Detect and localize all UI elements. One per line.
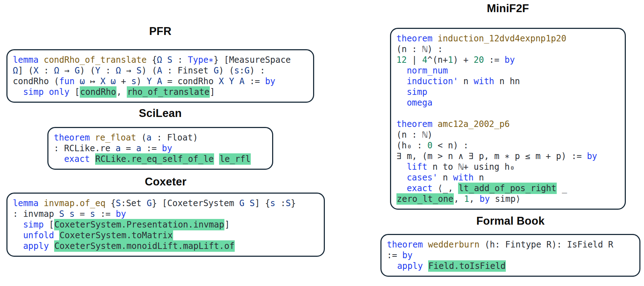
code-token: ] (	[18, 66, 33, 76]
code-token: lemma	[13, 198, 38, 208]
code-token: a	[115, 143, 120, 153]
highlighted-token: le_rfl	[219, 153, 251, 165]
code-token: 12	[396, 55, 407, 65]
code-line: : invmap S s = s := by	[13, 209, 318, 219]
code-box-scilean: theorem re_float (a : Float): RCLike.re …	[47, 127, 273, 170]
code-token: invmap.of_eq	[44, 198, 105, 208]
code-token	[396, 76, 407, 86]
code-token: =	[121, 143, 136, 153]
code-token: }	[291, 198, 296, 208]
code-token: theorem	[54, 133, 90, 143]
code-token: ∃ m, (m > n ∧ ∃ p, m ∗ p ≤ m + p) :=	[396, 151, 587, 161]
highlighted-token: RCLike.re_eq_self_of_le	[95, 153, 214, 165]
code-token	[396, 66, 407, 76]
code-token: :=	[244, 76, 265, 86]
code-token: G	[214, 66, 219, 76]
code-line: := by	[387, 250, 634, 261]
code-token: with	[453, 173, 474, 183]
code-token: S	[250, 198, 255, 208]
code-token	[74, 76, 79, 86]
code-token	[13, 220, 23, 230]
code-token: :=	[387, 250, 402, 260]
code-token: :	[239, 66, 244, 76]
code-line: omega	[396, 97, 619, 108]
code-line: condRho (fun ω ↦ X ω + s) Y A = condRho …	[13, 76, 308, 87]
code-line: (n : ℕ) :	[396, 44, 619, 55]
code-token: ) (	[80, 66, 95, 76]
code-token: S	[59, 209, 64, 219]
code-line: lift n to ℕ+ using h₀	[396, 162, 619, 172]
code-token: ) (	[141, 66, 157, 76]
highlighted-token: rho_of_translate	[127, 86, 210, 98]
code-token	[244, 198, 249, 208]
code-token: simp	[23, 220, 44, 230]
code-token: ω	[111, 76, 116, 86]
code-token: {	[147, 55, 157, 65]
code-token: Y	[229, 76, 234, 86]
code-token: 1	[464, 194, 469, 204]
code-token: [	[44, 220, 54, 230]
code-token: ,	[116, 87, 127, 97]
highlighted-token: condRho	[80, 86, 116, 98]
code-line: : RCLike.re a = a := by	[54, 143, 267, 154]
code-token	[396, 173, 407, 183]
code-token: 4	[422, 55, 427, 65]
code-token	[90, 133, 95, 143]
code-line: apply Field.toIsField	[387, 261, 634, 271]
code-token: )	[136, 76, 147, 86]
code-token	[432, 119, 437, 129]
code-token: = condRho	[162, 76, 219, 86]
code-token: : RCLike.re	[54, 143, 115, 153]
code-token: A	[157, 66, 162, 76]
code-token	[13, 87, 23, 97]
code-token	[423, 261, 428, 271]
code-line: zero_lt_one, 1, by simp⟩	[396, 194, 619, 204]
code-token: (h₀ :	[396, 141, 427, 150]
code-token: simp only	[23, 87, 69, 97]
highlighted-token: Field.toIsField	[428, 260, 506, 272]
code-token	[38, 198, 43, 208]
highlighted-token: CoxeterSystem.monoidLift.mapLift.of	[54, 240, 235, 252]
code-token: ]	[210, 87, 215, 97]
highlighted-token: zero_lt_one	[396, 193, 454, 205]
code-box-coxeter: lemma invmap.of_eq {S:Set G} [CoxeterSys…	[6, 193, 325, 257]
code-token: G	[244, 66, 249, 76]
code-token: (n : ℕ) :	[396, 44, 443, 54]
code-line: cases' n with n	[396, 172, 619, 183]
code-line: (h₀ : 0 < n) :	[396, 140, 619, 151]
code-token: ω	[80, 76, 85, 86]
code-line: simp [CoxeterSystem.Presentation.invmap]	[13, 219, 318, 230]
code-token: a	[146, 133, 151, 143]
code-token: X	[219, 76, 224, 86]
figure-canvas: PFR lemma condRho_of_translate {Ω S : Ty…	[0, 0, 644, 286]
code-line: theorem re_float (a : Float)	[54, 132, 267, 143]
code-token: :=	[484, 55, 505, 65]
code-token: +	[116, 76, 131, 86]
code-token: ] {	[255, 198, 270, 208]
code-token: ) +	[453, 55, 474, 65]
code-token: exact	[407, 183, 432, 193]
code-token: n to ℕ+ using h₀	[427, 162, 515, 172]
code-token: s	[234, 66, 239, 76]
code-token: by	[116, 209, 126, 219]
code-token: ⟨_,	[432, 183, 458, 193]
code-token: (n : ℕ)	[396, 130, 432, 140]
code-token: a	[136, 143, 141, 153]
code-token: simp	[407, 87, 427, 97]
code-box-minif2f: theorem induction_12dvd4expnp1p20(n : ℕ)…	[390, 28, 626, 210]
code-token: by	[265, 76, 275, 86]
code-token: G	[74, 66, 79, 76]
code-token	[13, 230, 23, 240]
code-token: ) (	[219, 66, 234, 76]
code-token: :	[100, 66, 116, 76]
code-token	[49, 241, 54, 251]
code-token	[387, 261, 397, 271]
code-token: S	[116, 198, 121, 208]
code-token: lemma	[13, 55, 38, 65]
code-token: : Float)	[152, 133, 198, 143]
code-token: n	[438, 173, 453, 183]
code-line: exact RCLike.re_eq_self_of_le le_rfl	[54, 154, 267, 164]
code-token: theorem	[396, 119, 432, 129]
code-line: simp	[396, 87, 619, 97]
code-token: simp⟩	[490, 194, 521, 204]
